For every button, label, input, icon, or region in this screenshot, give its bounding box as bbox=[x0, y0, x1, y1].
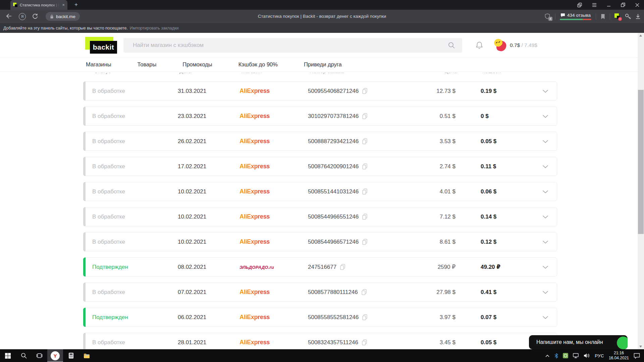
password-key-icon[interactable] bbox=[625, 13, 631, 19]
header-cashback: Кэшбэк bbox=[457, 73, 500, 74]
chat-widget[interactable]: Напишите нам, мы онлайн bbox=[529, 335, 628, 349]
notifications-bell-icon[interactable] bbox=[476, 41, 483, 49]
order-row[interactable]: В обработке 10.02.2021 AliExpress 500854… bbox=[83, 207, 557, 226]
header-order: Номер заказа bbox=[310, 73, 407, 74]
order-cashback: 0.14 $ bbox=[481, 214, 496, 220]
language-indicator[interactable]: РУС bbox=[595, 353, 604, 358]
chevron-down-icon[interactable] bbox=[543, 165, 548, 168]
nav-item-products[interactable]: Товары bbox=[138, 61, 157, 68]
action-center-icon[interactable] bbox=[634, 353, 640, 359]
balance-total: / 7.49$ bbox=[520, 42, 537, 48]
site-header: backit 0.7$ / 7.49$ bbox=[0, 33, 644, 57]
order-row[interactable]: В обработке 31.03.2021 AliExpress 500955… bbox=[83, 81, 557, 101]
chevron-down-icon[interactable] bbox=[543, 316, 548, 319]
nav-item-invite-friend[interactable]: Приведи друга bbox=[304, 61, 342, 68]
chevron-down-icon[interactable] bbox=[543, 216, 548, 219]
network-icon[interactable] bbox=[573, 353, 579, 358]
order-row[interactable]: В обработке 10.02.2021 AliExpress 500854… bbox=[83, 232, 557, 251]
order-row[interactable]: В обработке 26.02.2021 AliExpress 500888… bbox=[83, 132, 557, 151]
copy-icon[interactable] bbox=[362, 188, 368, 195]
tray-expand-icon[interactable] bbox=[545, 354, 550, 357]
bookmark-flag-icon[interactable] bbox=[600, 14, 605, 19]
status-accent-bar bbox=[83, 132, 86, 151]
volume-icon[interactable] bbox=[584, 353, 590, 358]
order-date: 31.03.2021 bbox=[178, 88, 239, 95]
reload-button[interactable] bbox=[32, 13, 38, 19]
order-row[interactable]: Подтвержден 06.02.2021 AliExpress 500855… bbox=[83, 308, 557, 327]
order-row[interactable]: Подтвержден 08.02.2021 ЭЛЬДОРАДО.ru 2475… bbox=[83, 257, 557, 277]
taskbar-clock[interactable]: 21:16 16.04.2021 bbox=[609, 351, 629, 361]
search-input[interactable] bbox=[123, 38, 462, 53]
taskbar-file-explorer-icon[interactable] bbox=[79, 349, 95, 362]
nav-item-stores[interactable]: Магазины bbox=[86, 61, 111, 68]
backit-logo[interactable]: backit bbox=[85, 37, 117, 54]
order-cashback: 49.20 ₽ bbox=[481, 263, 500, 270]
review-bubble-icon bbox=[560, 13, 565, 17]
copy-icon[interactable] bbox=[362, 138, 368, 144]
window-close-button[interactable] bbox=[635, 3, 639, 7]
scrollbar-up-arrow[interactable] bbox=[639, 35, 642, 37]
back-button[interactable] bbox=[6, 13, 12, 19]
nav-item-promocodes[interactable]: Промокоды bbox=[182, 61, 212, 68]
site-reviews-button[interactable]: 434 отзыва bbox=[560, 13, 591, 20]
order-row[interactable]: В обработке 07.02.2021 AliExpress 500857… bbox=[83, 283, 557, 302]
chevron-down-icon[interactable] bbox=[543, 190, 548, 193]
nav-item-cashback[interactable]: Кэшбэк до 90% bbox=[238, 61, 278, 68]
taskbar-calculator-icon[interactable] bbox=[63, 349, 79, 362]
window-restore-button[interactable] bbox=[621, 3, 625, 7]
protect-shield-icon[interactable]: 4 bbox=[545, 13, 551, 20]
order-row[interactable]: В обработке 17.02.2021 AliExpress 500876… bbox=[83, 157, 557, 176]
chevron-down-icon[interactable] bbox=[543, 115, 548, 118]
chevron-down-icon[interactable] bbox=[543, 90, 548, 93]
order-status: В обработке bbox=[92, 289, 178, 296]
copy-icon[interactable] bbox=[362, 239, 368, 245]
order-date: 10.02.2021 bbox=[178, 188, 239, 195]
order-date: 06.02.2021 bbox=[178, 314, 239, 321]
taskbar-yandex-browser-icon[interactable]: Y bbox=[47, 349, 63, 362]
copy-icon[interactable] bbox=[362, 339, 367, 346]
downloads-icon[interactable] bbox=[635, 14, 641, 19]
window-minimize-button[interactable] bbox=[607, 3, 611, 7]
start-button[interactable] bbox=[0, 349, 16, 362]
copy-icon[interactable] bbox=[362, 163, 368, 170]
taskbar-search-icon[interactable] bbox=[16, 349, 32, 362]
balance-indicator[interactable]: 0.7$ / 7.49$ bbox=[510, 42, 537, 48]
chevron-down-icon[interactable] bbox=[543, 291, 548, 294]
copy-icon[interactable] bbox=[361, 289, 367, 295]
copy-icon[interactable] bbox=[362, 113, 368, 119]
store-logo: AliExpress bbox=[239, 314, 270, 320]
chevron-down-icon[interactable] bbox=[543, 241, 548, 244]
page-scrollbar[interactable] bbox=[638, 33, 644, 349]
search-icon[interactable] bbox=[448, 42, 455, 49]
store-logo: AliExpress bbox=[239, 87, 270, 94]
backit-extension-icon[interactable]: ! bbox=[614, 13, 621, 19]
scrollbar-down-arrow[interactable] bbox=[639, 346, 642, 348]
shield-badge: 4 bbox=[548, 17, 552, 21]
browser-tab[interactable]: Статистика покупок | B × bbox=[10, 0, 67, 10]
tray-app-icon[interactable] bbox=[563, 353, 568, 358]
order-row[interactable]: В обработке 28.01.2021 AliExpress 500832… bbox=[83, 333, 557, 349]
chevron-down-icon[interactable] bbox=[543, 140, 548, 143]
copy-icon[interactable] bbox=[362, 88, 368, 94]
chevron-down-icon[interactable] bbox=[543, 266, 548, 269]
new-tab-button[interactable]: + bbox=[72, 1, 80, 8]
scrollbar-thumb[interactable] bbox=[638, 90, 644, 234]
status-accent-bar bbox=[83, 157, 86, 176]
order-row[interactable]: В обработке 10.02.2021 AliExpress 500855… bbox=[83, 182, 557, 201]
yandex-protect-icon[interactable]: Я bbox=[19, 13, 26, 20]
copy-icon[interactable] bbox=[362, 314, 368, 320]
browser-menu-icon[interactable] bbox=[592, 3, 597, 7]
import-bookmarks-link[interactable]: Импортировать закладки bbox=[130, 26, 179, 31]
tab-close-icon[interactable]: × bbox=[62, 3, 65, 7]
copy-icon[interactable] bbox=[340, 264, 345, 270]
url-field[interactable]: backit.me bbox=[46, 12, 80, 21]
user-avatar[interactable] bbox=[494, 39, 506, 51]
order-date: 28.01.2021 bbox=[178, 339, 239, 346]
order-price: 2.74 $ bbox=[405, 163, 455, 170]
tab-panels-icon[interactable] bbox=[577, 3, 582, 7]
order-number: 5008887293421246 bbox=[308, 138, 359, 145]
copy-icon[interactable] bbox=[362, 214, 368, 220]
order-row[interactable]: В обработке 23.03.2021 AliExpress 301029… bbox=[83, 107, 557, 126]
bluetooth-icon[interactable] bbox=[554, 353, 558, 359]
task-view-icon[interactable] bbox=[32, 349, 47, 362]
